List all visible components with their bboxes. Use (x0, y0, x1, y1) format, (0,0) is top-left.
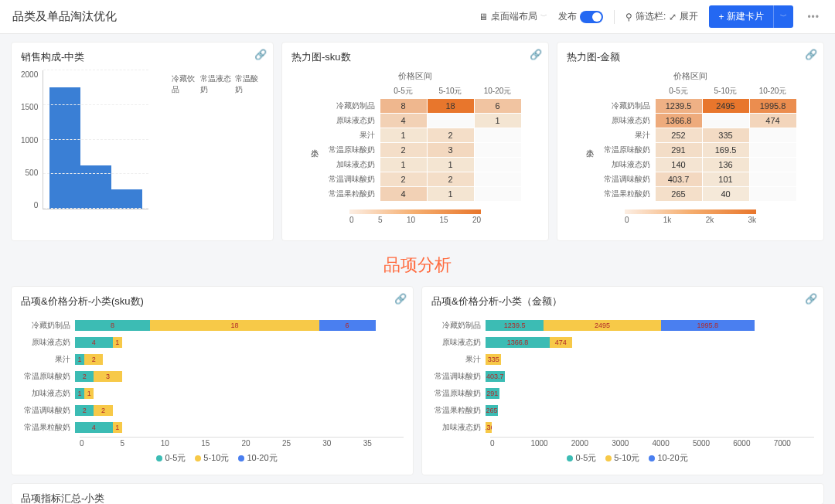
layout-selector[interactable]: 🖥 桌面端布局 ﹀ (479, 10, 547, 23)
new-card-button[interactable]: + 新建卡片 (709, 5, 773, 28)
stacked-bar-chart: 冷藏奶制品1239.524951995.8原味液态奶1366.8474果汁335… (431, 315, 814, 467)
more-menu[interactable]: ••• (804, 12, 823, 22)
chart-title: 热力图-sku数 (291, 50, 539, 64)
publish-toggle[interactable]: 发布 (558, 10, 603, 23)
bar-chart: 2000150010005000冷藏饮品常温液态奶常温酸奶 (21, 70, 264, 233)
filter-bar-control[interactable]: ⚲ 筛选栏: ⤢ 展开 (625, 10, 698, 23)
chevron-down-icon: ﹀ (540, 12, 547, 22)
card-heatmap-amount: 🔗 热力图-金额 价格区间小类0-5元5-10元10-20元冷藏奶制品1239.… (557, 42, 824, 241)
toggle-on-icon (580, 11, 603, 23)
page-title: 品类及单品淘汰优化 (12, 9, 479, 24)
stacked-bar-chart: 冷藏奶制品8186原味液态奶41果汁12常温原味酸奶23加味液态奶11常温调味酸… (21, 315, 404, 467)
link-icon[interactable]: 🔗 (530, 49, 542, 60)
card-summary: 品项指标汇总-小类 (11, 483, 824, 504)
chart-title: 销售构成-中类 (21, 50, 264, 64)
card-heatmap-sku: 🔗 热力图-sku数 价格区间小类0-5元5-10元10-20元冷藏奶制品818… (281, 42, 549, 241)
chevron-down-icon: ﹀ (780, 12, 787, 20)
expand-icon: ⤢ (669, 12, 677, 22)
link-icon[interactable]: 🔗 (254, 49, 267, 60)
chart-title: 品项&价格分析-小类(sku数) (21, 295, 404, 308)
filter-icon: ⚲ (625, 12, 632, 22)
heatmap-chart: 价格区间小类0-5元5-10元10-20元冷藏奶制品8186原味液态奶41果汁1… (291, 70, 539, 224)
link-icon[interactable]: 🔗 (805, 49, 817, 60)
chart-title: 品项&价格分析-小类（金额） (431, 295, 814, 308)
chart-title: 热力图-金额 (567, 50, 814, 64)
card-stack-sku: 🔗 品项&价格分析-小类(sku数) 冷藏奶制品8186原味液态奶41果汁12常… (11, 286, 414, 475)
section-title: 品项分析 (11, 249, 824, 286)
chart-title: 品项指标汇总-小类 (21, 492, 814, 504)
link-icon[interactable]: 🔗 (394, 293, 407, 305)
card-bar-sales: 🔗 销售构成-中类 2000150010005000冷藏饮品常温液态奶常温酸奶 (11, 42, 274, 241)
heatmap-chart: 价格区间小类0-5元5-10元10-20元冷藏奶制品1239.524951995… (567, 70, 814, 224)
desktop-icon: 🖥 (479, 12, 488, 22)
link-icon[interactable]: 🔗 (805, 293, 817, 305)
new-card-dropdown[interactable]: ﹀ (773, 5, 793, 28)
page-header: 品类及单品淘汰优化 🖥 桌面端布局 ﹀ 发布 ⚲ 筛选栏: ⤢ 展开 + 新建卡… (0, 0, 835, 34)
plus-icon: + (718, 12, 724, 22)
card-stack-amount: 🔗 品项&价格分析-小类（金额） 冷藏奶制品1239.524951995.8原味… (421, 286, 824, 475)
